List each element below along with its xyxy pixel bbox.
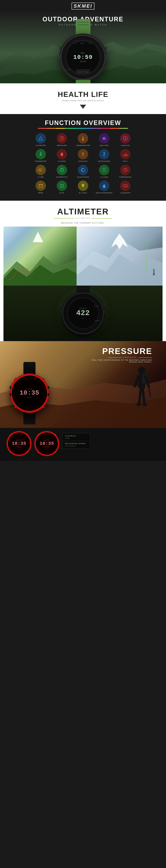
function-item-altimeter: ALTIMETER: [31, 133, 50, 146]
svg-line-72: [149, 386, 151, 397]
height-label: HEIGHT / HIGH / HEIGHT: [146, 241, 147, 271]
hiker-silhouette: [131, 362, 152, 428]
pressure-desc2: ENSURE SAFE TRAVEL.: [92, 361, 152, 363]
pressure-section: PRESSURE PRESSURE REAL-TIME UNDERSTANDIN…: [0, 341, 166, 461]
svg-rect-24: [124, 155, 124, 156]
svg-text:TIME: TIME: [39, 170, 41, 171]
pressure-bg: PRESSURE PRESSURE REAL-TIME UNDERSTANDIN…: [0, 341, 166, 428]
altimeter-panorama: HEIGHT / HIGH / HEIGHT: [3, 226, 163, 286]
svg-text:12/24: 12/24: [124, 185, 127, 187]
svg-rect-44: [39, 184, 42, 187]
svg-line-57: [82, 184, 82, 184]
accuracy-title: ACCURACY: [65, 435, 87, 437]
svg-rect-26: [126, 153, 126, 156]
pressure-desc1: REAL-TIME UNDERSTANDING OF THE WEATHER C…: [92, 359, 152, 361]
altimeter-title: ALTIMETER: [3, 207, 163, 216]
health-section: HEALTH LIFE Always master their own phys…: [0, 83, 166, 114]
svg-point-76: [142, 403, 147, 406]
function-item-12-24hour: 12/24 12/24HOUR: [116, 181, 135, 194]
pressure-small2-date: 10-27: [45, 446, 49, 448]
green-line-right: [91, 218, 112, 219]
health-arrow-down: [80, 105, 86, 109]
svg-point-18: [40, 152, 41, 153]
pressure-bottom: 22.5°C 10:35 10-27 22.5°C 10:35 10-27: [0, 428, 166, 461]
pressure-header: PRESSURE PRESSURE REAL-TIME UNDERSTANDIN…: [92, 346, 152, 363]
function-item-calorie: CALORIE: [52, 149, 72, 162]
function-item-2alarm: 2 ALARM: [94, 165, 114, 178]
pressure-title: PRESSURE: [92, 346, 152, 356]
function-section: FUNCTION OVERVIEW ALTIMETER PRESSURE: [0, 114, 166, 201]
altimeter-subtitle-bar: ALTIMETER: [3, 217, 163, 219]
brand-logo: SKMEI: [72, 3, 95, 9]
function-grid: ALTIMETER PRESSURE THERMOMETER WEATHER C…: [31, 133, 135, 194]
svg-line-71: [145, 377, 149, 386]
function-item-date: DATE: [52, 181, 72, 194]
function-item-ellight: EL LIGHT: [73, 181, 93, 194]
svg-marker-17: [125, 138, 126, 140]
pressure-small1-display: 10:35: [12, 441, 26, 446]
svg-line-74: [142, 388, 144, 404]
header: SKMEI: [0, 0, 166, 10]
function-item-distance: DISTANCE: [73, 149, 93, 162]
function-item-pedometer: PEDOMETER: [31, 149, 50, 162]
function-item-week: WEEK: [31, 181, 50, 194]
alt-start-label: START: [94, 305, 99, 307]
alt-watch-display: 422: [76, 310, 90, 317]
svg-rect-25: [125, 154, 125, 156]
pressure-small2-temp: 22.5°C: [44, 439, 49, 441]
pressure-small2-display: 10:35: [40, 441, 54, 446]
altimeter-section: ALTIMETER ALTIMETER MEASURE THE CURRENT …: [0, 201, 166, 341]
svg-rect-27: [127, 154, 127, 156]
health-title: HEALTH LIFE: [3, 90, 163, 99]
accuracy-info: ACCURACY ±1hPa MEASURING RANGE 300~1100h…: [63, 431, 90, 450]
altimeter-measure: MEASURE THE CURRENT ALTITUDE.: [3, 222, 163, 224]
hero-watch: ALTI BARO COMP SAT 10:59 10-20 MODE: [60, 19, 106, 83]
svg-line-56: [84, 184, 84, 184]
function-item-metronome: METRONOME: [94, 149, 114, 162]
function-item-waterproof: 30M WATERPROOF: [94, 181, 114, 194]
pressure-watch-main: 22.5°C 10:35 10-27: [10, 362, 48, 425]
health-subtitle: Always master their own physical activit…: [3, 99, 163, 101]
function-item-2time: 2TIME 2 TIME: [31, 165, 50, 178]
function-item-thermometer: THERMOMETER: [73, 133, 93, 146]
watch-time: 10:59: [73, 54, 93, 61]
function-item-countdown: COUNTDOWN: [73, 165, 93, 178]
pressure-subtitle: PRESSURE: [123, 356, 137, 359]
altimeter-subtitle: ALTIMETER: [76, 217, 90, 219]
svg-point-52: [61, 186, 63, 187]
svg-line-70: [135, 377, 138, 386]
svg-point-14: [103, 137, 106, 139]
measuring-range-value: 300~1100hPa: [65, 445, 87, 447]
svg-marker-16: [125, 137, 126, 138]
function-item-pressure: PRESSURE: [52, 133, 72, 146]
svg-rect-11: [83, 138, 83, 140]
hero-section: OUTDOOR ADVENTURE OUTDOOR SPORTS WATCH: [0, 10, 166, 83]
rainbow-bar: [38, 128, 128, 129]
svg-point-75: [136, 403, 141, 406]
watch-day: SAT: [73, 52, 93, 54]
pressure-small1-date: 10-27: [17, 446, 21, 448]
pressure-watch-small-2: 22.5°C 10:35 10-27: [35, 431, 59, 456]
measuring-range-title: MEASURING RANGE: [65, 443, 87, 444]
alt-reset-label: RESET: [95, 320, 100, 321]
svg-line-73: [139, 388, 141, 404]
function-item-stopwatch: STOPWATCH: [52, 165, 72, 178]
svg-point-53: [82, 184, 84, 186]
pressure-green-line: [108, 358, 122, 358]
accuracy-value: ±1hPa: [65, 437, 87, 439]
svg-point-21: [103, 152, 105, 153]
svg-point-20: [83, 153, 83, 154]
green-line-left: [54, 218, 75, 219]
function-item-weather: WEATHER: [94, 133, 114, 146]
function-title: FUNCTION OVERVIEW: [7, 119, 159, 127]
pressure-watch-date: 10-27: [27, 397, 32, 398]
pressure-small1-temp: 22.5°C: [16, 439, 22, 441]
altimeter-watch-section: 22.6°C 422 ALT START RESET: [3, 286, 163, 341]
function-item-data: DATA: [116, 149, 135, 162]
pressure-watch-display: 10:35: [19, 390, 39, 396]
watch-date: 10-20: [73, 61, 93, 62]
pressure-watch-small-1: 22.5°C 10:35 10-27: [7, 431, 31, 456]
svg-rect-54: [82, 186, 84, 187]
function-item-timekeeping: TIMEKEEPING: [116, 165, 135, 178]
function-item-compass: COMPASS: [116, 133, 135, 146]
